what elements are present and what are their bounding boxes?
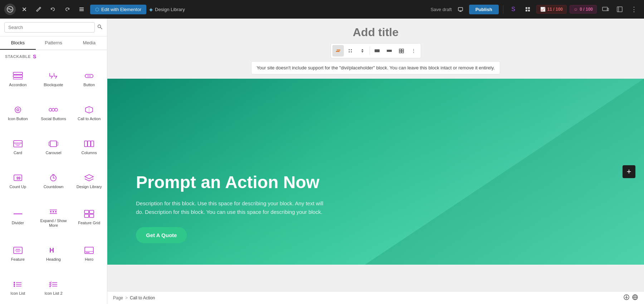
undo-button[interactable] <box>47 4 59 15</box>
svg-point-19 <box>15 107 21 113</box>
svg-rect-2 <box>79 9 84 10</box>
redo-button[interactable] <box>62 4 73 15</box>
close-button[interactable] <box>19 4 30 15</box>
block-item-feature[interactable]: Feature <box>0 236 36 270</box>
block-item-columns[interactable]: Columns <box>71 129 107 163</box>
block-item-icon-list2[interactable]: Icon List 2 <box>36 270 72 304</box>
save-draft-button[interactable]: Save draft <box>430 7 452 12</box>
block-item-blockquote[interactable]: Blockquote <box>36 62 72 95</box>
block-item-design-library[interactable]: Design Library <box>71 163 107 197</box>
block-item-icon-button[interactable]: Icon Button <box>0 95 36 129</box>
transform-button[interactable] <box>332 45 344 57</box>
block-item-feature-grid[interactable]: Feature Grid <box>71 197 107 236</box>
block-item-social-buttons[interactable]: Social Buttons <box>36 95 72 129</box>
feature-label: Feature <box>11 257 25 262</box>
sketch-icon: ◈ <box>149 7 153 12</box>
block-item-count-up[interactable]: 99 Count Up <box>0 163 36 197</box>
svg-rect-7 <box>526 10 527 11</box>
publish-button[interactable]: Publish <box>469 5 499 14</box>
design-library-label: Design Library <box>155 7 185 12</box>
add-block-button[interactable]: + <box>623 165 635 178</box>
search-button[interactable] <box>97 24 103 31</box>
design-library-button[interactable]: ◈ Design Library <box>149 7 185 12</box>
a11y-button[interactable] <box>623 294 630 302</box>
svg-point-40 <box>53 211 54 212</box>
svg-point-20 <box>17 109 19 111</box>
columns-label: Columns <box>81 151 97 155</box>
svg-rect-16 <box>13 78 23 79</box>
icon-list-icon <box>12 280 24 289</box>
tab-patterns[interactable]: Patterns <box>36 36 72 50</box>
strikingly-icon-button[interactable]: S <box>508 4 519 15</box>
hero-cta-button[interactable]: Get A Quote <box>136 227 187 243</box>
block-item-accordion[interactable]: Accordion <box>0 62 36 95</box>
block-item-expand-show-more[interactable]: Expand / Show More <box>36 197 72 236</box>
search-bar <box>0 19 107 36</box>
move-up-down-button[interactable] <box>357 45 368 57</box>
panel-tabs: Blocks Patterns Media <box>0 36 107 50</box>
svg-point-77 <box>626 295 627 296</box>
tab-media[interactable]: Media <box>71 36 107 50</box>
list-view-button[interactable] <box>76 4 87 15</box>
block-item-button[interactable]: Button <box>71 62 107 95</box>
page-title-input[interactable] <box>215 26 537 39</box>
block-item-icon-list[interactable]: Icon List <box>0 270 36 304</box>
group-button[interactable] <box>396 45 407 57</box>
svg-rect-44 <box>89 210 94 214</box>
heading-label: Heading <box>46 257 61 262</box>
feature-grid-icon <box>83 209 95 219</box>
edit-elementor-button[interactable]: ⬡ Edit with Elementor <box>90 5 146 14</box>
seo-score-badge[interactable]: 📈 11 / 100 <box>536 5 567 14</box>
divider-icon <box>12 209 24 219</box>
block-item-divider[interactable]: Divider <box>0 197 36 236</box>
align-full-button[interactable] <box>371 45 383 57</box>
tab-blocks[interactable]: Blocks <box>0 36 36 50</box>
icon-list2-label: Icon List 2 <box>44 291 62 296</box>
block-item-heading[interactable]: H Heading <box>36 236 72 270</box>
wp-logo[interactable] <box>4 4 16 15</box>
svg-rect-45 <box>84 214 89 217</box>
responsive-button[interactable] <box>600 4 611 15</box>
svg-rect-74 <box>399 51 401 53</box>
block-item-countdown[interactable]: Countdown <box>36 163 72 197</box>
svg-rect-43 <box>84 210 89 214</box>
drag-button[interactable] <box>345 45 356 57</box>
more-options-button[interactable]: ⋮ <box>628 4 640 15</box>
svg-rect-28 <box>50 141 57 147</box>
align-wide-button[interactable] <box>384 45 395 57</box>
sidebar-button[interactable] <box>614 4 625 15</box>
blockquote-icon <box>48 71 59 80</box>
count-up-icon: 99 <box>12 173 24 182</box>
block-item-hero[interactable]: Hero <box>71 236 107 270</box>
block-item-card[interactable]: Card <box>0 129 36 163</box>
readability-score-badge[interactable]: ☺ 0 / 100 <box>570 5 597 14</box>
svg-point-56 <box>14 284 15 285</box>
more-options-toolbar-button[interactable]: ⋮ <box>408 45 419 57</box>
feature-icon <box>12 246 24 255</box>
svg-rect-32 <box>88 141 91 147</box>
count-up-label: Count Up <box>10 185 26 189</box>
breadcrumb-page[interactable]: Page <box>113 295 123 300</box>
svg-point-57 <box>14 285 15 287</box>
edit-icon-button[interactable] <box>33 4 44 15</box>
svg-rect-15 <box>13 75 23 77</box>
svg-point-21 <box>49 108 52 111</box>
editor-area: ⋮ Your site doesn't include support for … <box>107 19 644 291</box>
hero-description[interactable]: Description for this block. Use this spa… <box>136 199 329 216</box>
preview-button[interactable] <box>455 4 466 15</box>
search-input[interactable] <box>4 22 95 33</box>
block-item-call-to-action[interactable]: Call to Action <box>71 95 107 129</box>
feature-grid-label: Feature Grid <box>78 221 100 225</box>
edit-elementor-label: Edit with Elementor <box>101 7 141 12</box>
globe-button[interactable] <box>632 294 638 302</box>
bottom-bar: Page > Call to Action <box>107 291 644 304</box>
svg-point-39 <box>50 211 52 212</box>
grid-icon-button[interactable] <box>522 4 533 15</box>
section-label: STACKABLE S <box>0 50 107 62</box>
blocks-grid: Accordion Blockquote Button <box>0 62 107 304</box>
hero-title[interactable]: Prompt an Action Now <box>136 173 329 192</box>
readability-score-value: 0 / 100 <box>580 7 593 12</box>
svg-rect-4 <box>458 8 463 11</box>
countdown-label: Countdown <box>44 185 64 189</box>
block-item-carousel[interactable]: Carousel <box>36 129 72 163</box>
